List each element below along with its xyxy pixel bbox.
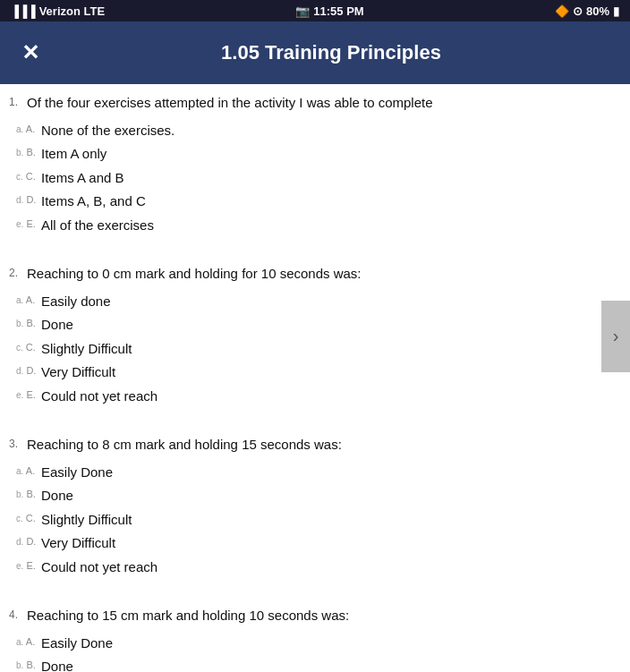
question-num-3: 3.: [9, 436, 23, 452]
option-text-3-5: Could not yet reach: [41, 557, 616, 578]
option-text-1-4: Items A, B, and C: [41, 191, 616, 212]
option-prefix-1-3: c. C.: [16, 169, 41, 184]
option-4-2: b. B.Done: [9, 655, 616, 672]
option-2-2: b. B.Done: [9, 313, 616, 337]
option-3-5: e. E.Could not yet reach: [9, 556, 616, 580]
option-prefix-3-5: e. E.: [16, 558, 41, 574]
option-2-4: d. D.Very Difficult: [9, 361, 616, 385]
option-prefix-4-1: a. A.: [16, 634, 41, 650]
option-prefix-2-4: d. D.: [16, 363, 41, 379]
question-line-4: 4.Reaching to 15 cm mark and holding 10 …: [9, 606, 616, 626]
question-block-3: 3.Reaching to 8 cm mark and holding 15 s…: [9, 435, 616, 579]
option-1-2: b. B.Item A only: [9, 142, 616, 166]
battery-icon: ▮: [613, 4, 619, 18]
question-text-4: Reaching to 15 cm mark and holding 10 se…: [27, 606, 616, 626]
option-prefix-4-2: b. B.: [16, 658, 41, 672]
camera-icon: 📷: [295, 4, 310, 18]
option-prefix-3-1: a. A.: [16, 464, 41, 479]
carrier-label: Verizon LTE: [39, 4, 105, 18]
option-1-1: a. A.None of the exercises.: [9, 119, 616, 143]
question-block-2: 2.Reaching to 0 cm mark and holding for …: [9, 264, 616, 408]
question-block-1: 1.Of the four exercises attempted in the…: [9, 93, 616, 237]
option-1-5: e. E.All of the exercises: [9, 214, 616, 238]
option-prefix-2-5: e. E.: [16, 387, 41, 403]
signal-icon: ▐▐▐: [11, 4, 36, 18]
option-1-3: c. C.Items A and B: [9, 166, 616, 191]
time-label: 11:55 PM: [313, 4, 363, 18]
option-prefix-1-2: b. B.: [16, 145, 41, 160]
option-prefix-2-1: a. A.: [16, 293, 41, 308]
option-prefix-1-1: a. A.: [16, 122, 41, 137]
option-text-2-1: Easily done: [41, 292, 616, 312]
option-2-3: c. C.Slightly Difficult: [9, 337, 616, 362]
option-text-3-4: Very Difficult: [41, 533, 616, 554]
option-text-4-1: Easily Done: [41, 634, 616, 654]
battery-label: 80%: [586, 4, 609, 18]
close-button[interactable]: ✕: [14, 38, 47, 67]
option-text-2-2: Done: [41, 315, 616, 336]
alarm-icon: ⊙: [573, 4, 583, 18]
question-line-2: 2.Reaching to 0 cm mark and holding for …: [9, 264, 616, 285]
question-line-1: 1.Of the four exercises attempted in the…: [9, 93, 616, 114]
status-bar: ▐▐▐ Verizon LTE 📷 11:55 PM 🔶 ⊙ 80% ▮: [0, 0, 630, 21]
option-2-1: a. A.Easily done: [9, 290, 616, 314]
option-4-1: a. A.Easily Done: [9, 632, 616, 656]
option-text-1-3: Items A and B: [41, 168, 616, 189]
carrier-info: ▐▐▐ Verizon LTE: [11, 4, 105, 18]
option-text-3-2: Done: [41, 486, 616, 506]
battery-info: 🔶 ⊙ 80% ▮: [555, 4, 619, 18]
question-num-2: 2.: [9, 265, 23, 281]
option-2-5: e. E.Could not yet reach: [9, 385, 616, 409]
option-text-2-5: Could not yet reach: [41, 387, 616, 407]
option-text-2-3: Slightly Difficult: [41, 339, 616, 360]
question-text-1: Of the four exercises attempted in the a…: [27, 93, 616, 114]
option-prefix-3-4: d. D.: [16, 534, 41, 549]
option-prefix-2-3: c. C.: [16, 340, 41, 355]
question-text-2: Reaching to 0 cm mark and holding for 10…: [27, 264, 616, 285]
option-prefix-3-2: b. B.: [16, 487, 41, 502]
option-prefix-1-4: d. D.: [16, 192, 41, 208]
option-text-1-5: All of the exercises: [41, 216, 616, 236]
option-3-1: a. A.Easily Done: [9, 461, 616, 485]
option-text-2-4: Very Difficult: [41, 362, 616, 383]
option-text-1-1: None of the exercises.: [41, 121, 616, 141]
option-text-4-2: Done: [41, 657, 616, 672]
question-block-4: 4.Reaching to 15 cm mark and holding 10 …: [9, 606, 616, 672]
scroll-arrow[interactable]: ›: [601, 301, 630, 372]
page-title: 1.05 Training Principles: [47, 41, 616, 64]
option-prefix-3-3: c. C.: [16, 511, 41, 526]
option-3-3: c. C.Slightly Difficult: [9, 508, 616, 532]
content-area: 1.Of the four exercises attempted in the…: [0, 84, 630, 672]
option-1-4: d. D.Items A, B, and C: [9, 190, 616, 214]
option-text-1-2: Item A only: [41, 144, 616, 165]
app-header: ✕ 1.05 Training Principles: [0, 21, 630, 84]
location-icon: 🔶: [555, 4, 569, 18]
option-prefix-1-5: e. E.: [16, 217, 41, 232]
option-3-4: d. D.Very Difficult: [9, 532, 616, 556]
question-num-1: 1.: [9, 94, 23, 110]
question-text-3: Reaching to 8 cm mark and holding 15 sec…: [27, 435, 616, 455]
option-text-3-3: Slightly Difficult: [41, 510, 616, 531]
question-line-3: 3.Reaching to 8 cm mark and holding 15 s…: [9, 435, 616, 455]
option-prefix-2-2: b. B.: [16, 316, 41, 331]
option-3-2: b. B.Done: [9, 484, 616, 508]
question-num-4: 4.: [9, 607, 23, 623]
option-text-3-1: Easily Done: [41, 463, 616, 483]
time-display: 📷 11:55 PM: [295, 4, 363, 18]
